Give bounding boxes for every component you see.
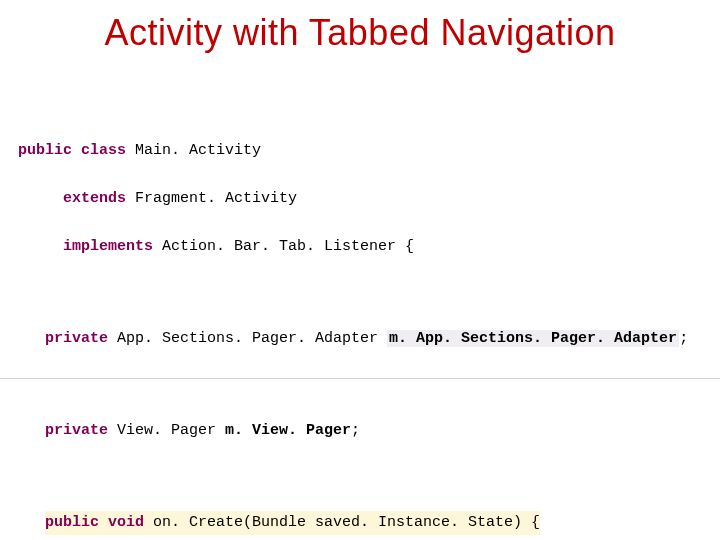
keyword: private <box>45 422 108 439</box>
code-text: on. Create(Bundle saved. Instance. State… <box>144 514 540 531</box>
divider <box>0 378 720 379</box>
code-line: public class Main. Activity <box>0 139 720 163</box>
code-text: View. Pager <box>108 422 225 439</box>
keyword: public class <box>18 142 126 159</box>
code-line: private App. Sections. Pager. Adapter m.… <box>0 327 720 351</box>
blank-line <box>0 283 720 303</box>
highlighted-line: public void on. Create(Bundle saved. Ins… <box>45 511 540 535</box>
code-line: private View. Pager m. View. Pager; <box>0 419 720 443</box>
code-line: implements Action. Bar. Tab. Listener { <box>0 235 720 259</box>
slide-title: Activity with Tabbed Navigation <box>0 12 720 54</box>
slide: Activity with Tabbed Navigation public c… <box>0 0 720 540</box>
code-text: Main. Activity <box>126 142 261 159</box>
field-name: m. App. Sections. Pager. Adapter <box>387 330 679 347</box>
keyword: private <box>45 330 108 347</box>
code-line: public void on. Create(Bundle saved. Ins… <box>0 511 720 535</box>
code-text: Fragment. Activity <box>126 190 297 207</box>
code-text: ; <box>679 330 688 347</box>
keyword: extends <box>63 190 126 207</box>
code-text: Action. Bar. Tab. Listener { <box>153 238 414 255</box>
keyword: public void <box>45 514 144 531</box>
code-line: extends Fragment. Activity <box>0 187 720 211</box>
code-text: ; <box>351 422 360 439</box>
field-name: m. View. Pager <box>225 422 351 439</box>
blank-line <box>0 467 720 487</box>
code-text: App. Sections. Pager. Adapter <box>108 330 387 347</box>
code-block: public class Main. Activity extends Frag… <box>0 115 720 540</box>
keyword: implements <box>63 238 153 255</box>
